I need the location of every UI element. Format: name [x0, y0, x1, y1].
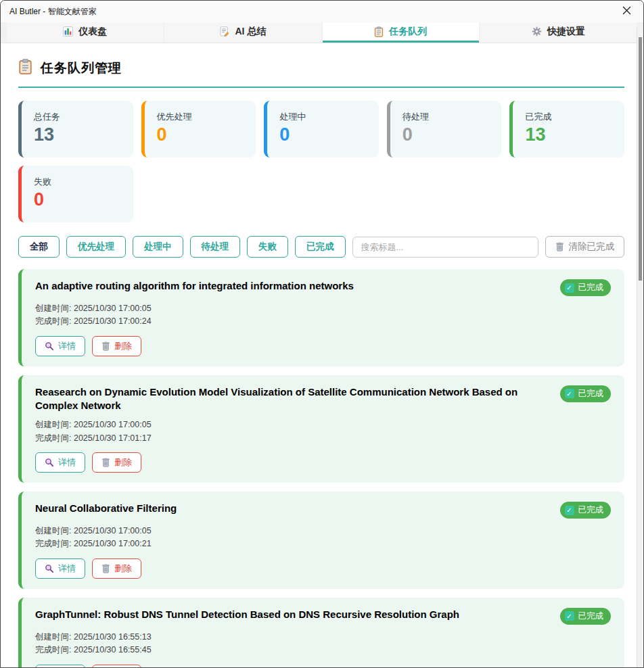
dashboard-icon — [63, 26, 73, 37]
tab-dashboard[interactable]: 仪表盘 — [7, 22, 163, 43]
trash-icon — [101, 564, 110, 573]
task-card: Reasearch on Dynamic Evolution Model Vis… — [18, 375, 624, 483]
page-title: 任务队列管理 — [41, 59, 122, 77]
filter-button-failed[interactable]: 失败 — [247, 236, 288, 258]
delete-button-label: 删除 — [114, 340, 132, 352]
delete-button-label: 删除 — [114, 563, 132, 575]
task-card-header: GraphTunnel: Robust DNS Tunnel Detection… — [35, 608, 611, 625]
tab-quick-settings[interactable]: 快捷设置 — [480, 22, 637, 43]
task-actions: 详情删除 — [35, 558, 611, 579]
title-divider — [18, 87, 624, 88]
status-badge: ✓已完成 — [560, 608, 612, 625]
task-times: 创建时间: 2025/10/30 17:00:05完成时间: 2025/10/3… — [35, 419, 611, 445]
stat-label-completed: 已完成 — [525, 111, 612, 123]
magnifier-icon — [45, 341, 54, 351]
detail-button[interactable]: 详情 — [35, 665, 85, 668]
task-title: An adaptive routing algorithm for integr… — [35, 279, 540, 293]
task-created-time: 创建时间: 2025/10/30 16:55:13 — [35, 631, 611, 644]
status-badge: ✓已完成 — [560, 279, 612, 296]
stat-value-processing: 0 — [279, 125, 367, 145]
tab-task-queue[interactable]: 任务队列 — [323, 22, 479, 43]
task-actions: 详情删除 — [35, 452, 611, 473]
task-created-time: 创建时间: 2025/10/30 17:00:05 — [35, 302, 611, 315]
status-badge: ✓已完成 — [560, 385, 612, 402]
tab-ai-summary-label: AI 总结 — [235, 26, 266, 38]
stat-card-failed: 失败0 — [18, 166, 133, 222]
task-title: GraphTunnel: Robust DNS Tunnel Detection… — [35, 608, 540, 621]
detail-button-label: 详情 — [58, 563, 76, 575]
filter-button-pending[interactable]: 待处理 — [190, 236, 241, 258]
status-badge-label: 已完成 — [578, 388, 604, 400]
task-card: Neural Collaborative Filtering✓已完成创建时间: … — [18, 492, 624, 589]
ai-summary-icon — [219, 26, 229, 37]
task-finished-time: 完成时间: 2025/10/30 17:01:17 — [35, 432, 611, 445]
delete-button[interactable]: 删除 — [92, 336, 141, 356]
trash-icon — [101, 458, 110, 467]
task-card: GraphTunnel: Robust DNS Tunnel Detection… — [18, 598, 624, 668]
task-times: 创建时间: 2025/10/30 17:00:05完成时间: 2025/10/3… — [35, 525, 611, 551]
task-finished-time: 完成时间: 2025/10/30 17:00:21 — [35, 538, 611, 550]
task-times: 创建时间: 2025/10/30 16:55:13完成时间: 2025/10/3… — [35, 631, 611, 657]
stat-card-priority: 优先处理0 — [141, 101, 256, 158]
close-button[interactable] — [616, 3, 637, 20]
clear-completed-button[interactable]: 清除已完成 — [545, 236, 625, 258]
stat-card-total: 总任务13 — [18, 101, 133, 158]
detail-button-label: 详情 — [58, 340, 76, 352]
check-icon: ✓ — [565, 283, 574, 293]
task-list: An adaptive routing algorithm for integr… — [18, 269, 624, 668]
tab-quick-settings-label: 快捷设置 — [547, 26, 585, 38]
task-title: Reasearch on Dynamic Evolution Model Vis… — [35, 385, 540, 413]
stat-label-priority: 优先处理 — [157, 111, 244, 123]
filter-button-all[interactable]: 全部 — [18, 236, 60, 258]
task-created-time: 创建时间: 2025/10/30 17:00:05 — [35, 419, 611, 431]
scrollbar-thumb[interactable] — [639, 37, 642, 281]
stats-grid: 总任务13优先处理0处理中0待处理0已完成13失败0 — [18, 101, 624, 222]
status-badge-label: 已完成 — [578, 504, 604, 516]
gear-icon — [532, 26, 542, 37]
task-times: 创建时间: 2025/10/30 17:00:05完成时间: 2025/10/3… — [35, 302, 611, 329]
magnifier-icon — [45, 458, 54, 467]
detail-button[interactable]: 详情 — [35, 558, 85, 579]
detail-button-label: 详情 — [58, 456, 76, 469]
delete-button[interactable]: 删除 — [92, 452, 141, 473]
task-created-time: 创建时间: 2025/10/30 17:00:05 — [35, 525, 611, 538]
trash-icon — [555, 242, 564, 252]
stat-label-total: 总任务 — [34, 111, 121, 123]
window-title: AI Butler - 智能文献管家 — [9, 6, 616, 18]
task-actions: 详情删除 — [35, 665, 611, 668]
magnifier-icon — [45, 564, 54, 573]
main-panel: 任务队列管理 总任务13优先处理0处理中0待处理0已完成13失败0 全部优先处理… — [1, 43, 643, 668]
stat-value-failed: 0 — [34, 190, 121, 210]
task-finished-time: 完成时间: 2025/10/30 16:55:45 — [35, 644, 611, 657]
task-card-header: Reasearch on Dynamic Evolution Model Vis… — [35, 385, 611, 413]
check-icon: ✓ — [565, 389, 574, 398]
stat-label-failed: 失败 — [34, 176, 121, 188]
detail-button[interactable]: 详情 — [35, 452, 85, 473]
close-icon — [622, 5, 631, 18]
task-card-header: Neural Collaborative Filtering✓已完成 — [35, 502, 611, 519]
page-header: 任务队列管理 — [18, 58, 624, 78]
tab-task-queue-label: 任务队列 — [389, 26, 427, 38]
tab-ai-summary[interactable]: AI 总结 — [164, 22, 321, 43]
scrollbar[interactable] — [637, 28, 643, 667]
titlebar: AI Butler - 智能文献管家 — [1, 1, 643, 22]
delete-button[interactable]: 删除 — [92, 665, 141, 668]
tab-bar: 仪表盘AI 总结任务队列快捷设置 — [1, 22, 643, 43]
status-badge: ✓已完成 — [560, 502, 612, 519]
stat-card-completed: 已完成13 — [509, 101, 624, 158]
search-input[interactable] — [352, 237, 538, 258]
stat-card-processing: 处理中0 — [264, 101, 379, 158]
detail-button[interactable]: 详情 — [35, 336, 85, 356]
trash-icon — [101, 341, 110, 351]
status-badge-label: 已完成 — [578, 611, 604, 622]
task-card: An adaptive routing algorithm for integr… — [18, 269, 624, 366]
filter-button-processing[interactable]: 处理中 — [133, 236, 183, 258]
tab-dashboard-label: 仪表盘 — [78, 26, 107, 38]
filter-button-completed[interactable]: 已完成 — [295, 236, 346, 258]
stat-card-pending: 待处理0 — [387, 101, 502, 158]
task-queue-title-icon — [18, 58, 32, 78]
task-card-header: An adaptive routing algorithm for integr… — [35, 279, 611, 296]
check-icon: ✓ — [565, 506, 574, 515]
delete-button[interactable]: 删除 — [92, 558, 141, 579]
filter-button-priority[interactable]: 优先处理 — [66, 236, 126, 258]
